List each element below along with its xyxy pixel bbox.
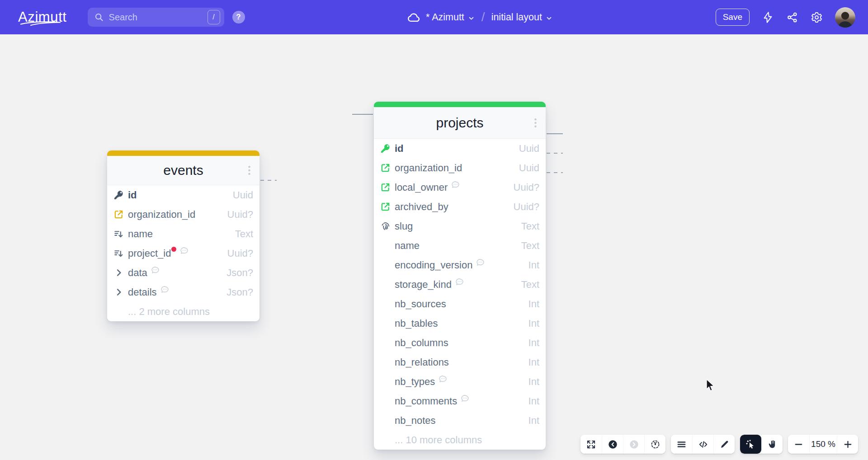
- canvas-toolbar: 150 %: [580, 435, 858, 454]
- column-row[interactable]: nameText: [374, 236, 546, 255]
- undo-button[interactable]: [602, 435, 623, 454]
- chevron-down-icon: [467, 14, 475, 21]
- app-logo[interactable]: Azimutt: [18, 9, 67, 25]
- project-switcher[interactable]: * Azimutt: [426, 12, 475, 23]
- column-row[interactable]: nb_relationsInt: [374, 352, 546, 372]
- relation-stub-projects-organization_id: [547, 133, 563, 134]
- column-type: Int: [528, 259, 539, 271]
- column-row[interactable]: nb_commentsInt: [374, 391, 546, 411]
- toolbar-group: [580, 435, 665, 454]
- column-row[interactable]: nb_columnsInt: [374, 333, 546, 352]
- chevron-down-icon: [545, 14, 553, 21]
- column-row[interactable]: slugText: [374, 216, 546, 236]
- top-navigation-bar: Azimutt / ? * Azimutt / initial layout S…: [0, 0, 868, 34]
- column-row[interactable]: project_idUuid?: [107, 244, 259, 263]
- save-button[interactable]: Save: [716, 9, 750, 26]
- key-icon: [113, 190, 124, 200]
- column-type: Text: [235, 228, 253, 240]
- column-row[interactable]: nb_typesInt: [374, 372, 546, 391]
- more-columns[interactable]: ... 10 more columns: [374, 430, 546, 450]
- table-card-projects[interactable]: projectsidUuidorganization_idUuidlocal_o…: [374, 102, 546, 450]
- column-row[interactable]: nb_notesInt: [374, 411, 546, 430]
- column-row[interactable]: archived_byUuid?: [374, 197, 546, 216]
- fit-view-button[interactable]: [644, 435, 665, 454]
- comment-icon: [476, 258, 485, 267]
- search-input[interactable]: [108, 12, 208, 23]
- column-row[interactable]: idUuid: [374, 139, 546, 158]
- column-name: nb_tables: [395, 318, 438, 329]
- zoom-in-button[interactable]: [837, 435, 858, 454]
- column-name: project_id: [128, 248, 171, 259]
- redo-button[interactable]: [623, 435, 644, 454]
- column-type: Int: [528, 318, 539, 329]
- column-name: storage_kind: [395, 279, 452, 291]
- relation-stub-projects-id: [352, 114, 373, 115]
- external-link-icon: [380, 182, 391, 192]
- column-type: Json?: [226, 267, 253, 279]
- cloud-icon: [407, 10, 421, 24]
- share-icon[interactable]: [786, 11, 798, 23]
- help-button[interactable]: ?: [232, 11, 245, 23]
- column-type: Text: [521, 240, 539, 252]
- table-card-events[interactable]: eventsidUuidorganization_idUuid?nameText…: [107, 150, 259, 321]
- breadcrumb-separator: /: [481, 10, 485, 24]
- column-name: nb_columns: [395, 337, 448, 349]
- external-link-icon: [380, 202, 391, 212]
- column-row[interactable]: dataJson?: [107, 263, 259, 282]
- column-row[interactable]: detailsJson?: [107, 282, 259, 302]
- layout-switcher[interactable]: initial layout: [491, 12, 553, 23]
- pan-tool-button[interactable]: [761, 435, 783, 454]
- table-title: events: [163, 163, 203, 178]
- column-type: Uuid?: [227, 248, 253, 259]
- column-name: nb_types: [395, 376, 435, 388]
- column-row[interactable]: local_ownerUuid?: [374, 178, 546, 197]
- layout-name: initial layout: [491, 12, 542, 23]
- column-row[interactable]: organization_idUuid: [374, 158, 546, 178]
- zoom-out-button[interactable]: [788, 435, 809, 454]
- column-row[interactable]: nb_tablesInt: [374, 314, 546, 333]
- column-type: Uuid: [519, 143, 539, 155]
- column-type: Int: [528, 357, 539, 368]
- column-row[interactable]: nb_sourcesInt: [374, 294, 546, 314]
- column-name: name: [395, 240, 420, 252]
- topbar-actions: Save: [716, 0, 855, 34]
- column-name: details: [128, 286, 157, 298]
- user-avatar[interactable]: [835, 7, 855, 28]
- column-type: Text: [521, 221, 539, 232]
- gear-icon[interactable]: [811, 11, 823, 23]
- select-tool-button[interactable]: [740, 435, 761, 454]
- column-name: id: [395, 143, 404, 155]
- column-row[interactable]: encoding_versionInt: [374, 255, 546, 275]
- key-icon: [380, 143, 391, 154]
- project-name: * Azimutt: [426, 12, 464, 23]
- search-icon: [94, 12, 104, 22]
- table-header[interactable]: projects: [374, 107, 546, 139]
- nested-icon: [113, 287, 124, 297]
- table-menu-button[interactable]: [243, 164, 255, 178]
- bolt-icon[interactable]: [762, 11, 774, 23]
- source-code-button[interactable]: [692, 435, 713, 454]
- table-menu-button[interactable]: [529, 116, 542, 130]
- column-row[interactable]: organization_idUuid?: [107, 205, 259, 224]
- table-title: projects: [436, 115, 483, 131]
- diagram-canvas[interactable]: eventsidUuidorganization_idUuid?nameText…: [0, 34, 868, 460]
- column-name: nb_relations: [395, 357, 449, 368]
- edit-button[interactable]: [713, 435, 735, 454]
- column-row[interactable]: nameText: [107, 224, 259, 244]
- search-box[interactable]: /: [88, 8, 224, 27]
- table-columns: idUuidorganization_idUuid?nameTextprojec…: [107, 185, 259, 321]
- index-icon: [113, 229, 124, 239]
- table-list-button[interactable]: [671, 435, 692, 454]
- column-type: Int: [528, 337, 539, 349]
- fullscreen-button[interactable]: [580, 435, 602, 454]
- column-row[interactable]: storage_kindText: [374, 275, 546, 294]
- column-name: data: [128, 267, 147, 279]
- column-name: encoding_version: [395, 259, 472, 271]
- notification-dot-icon: [171, 247, 176, 252]
- toolbar-group: [740, 435, 783, 454]
- table-header[interactable]: events: [107, 156, 259, 185]
- column-row[interactable]: idUuid: [107, 185, 259, 205]
- more-columns[interactable]: ... 2 more columns: [107, 302, 259, 321]
- column-type: Int: [528, 376, 539, 388]
- column-type: Uuid?: [514, 201, 539, 213]
